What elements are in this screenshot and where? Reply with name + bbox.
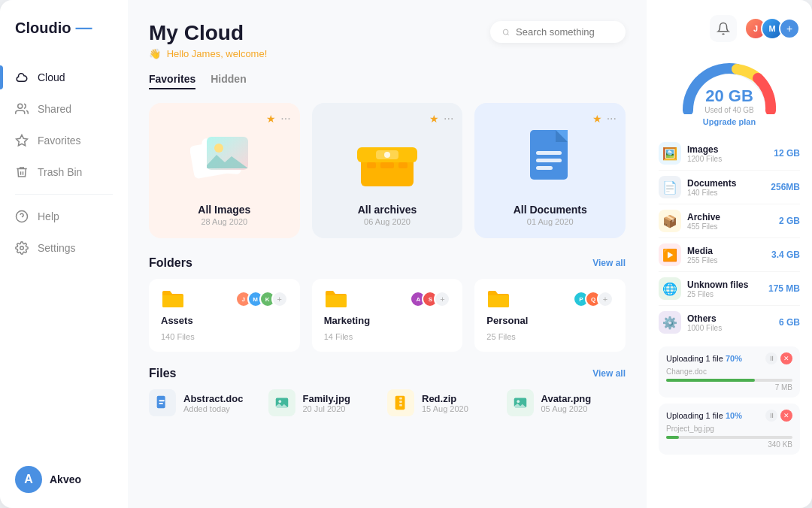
file-info-abstract: Abstract.doc Added today [183, 393, 243, 413]
file-info-red: Red.zip 15 Aug 2020 [422, 393, 468, 413]
upload-bar-bg-2 [666, 436, 792, 439]
folders-grid: J M K + Assets 140 Files A [149, 279, 626, 352]
svg-point-10 [214, 144, 223, 153]
subtitle-text: Hello James, welcome! [167, 48, 268, 59]
notification-button[interactable] [710, 15, 737, 42]
folder-top-personal: P Q + [486, 289, 614, 309]
upload-size-2: 340 KB [666, 440, 792, 449]
shared-icon [15, 102, 29, 116]
svg-line-6 [508, 33, 509, 35]
search-bar[interactable] [490, 21, 626, 43]
storage-size-documents: 256MB [771, 182, 800, 192]
upload-actions-1: ⏸ ✕ [765, 352, 792, 364]
upload-filename-2: Project_bg.jpg [666, 425, 792, 433]
folders-view-all[interactable]: View all [592, 258, 626, 268]
fav-card-archives[interactable]: ★ ··· All archives 06 Aug 2020 [312, 103, 463, 238]
user-profile[interactable]: A Akveo [0, 466, 128, 493]
tab-hidden[interactable]: Hidden [211, 73, 246, 89]
bell-icon [717, 22, 730, 35]
upload-cancel-1[interactable]: ✕ [780, 352, 792, 364]
svg-rect-26 [159, 403, 163, 404]
file-avatar[interactable]: Avatar.png 05 Aug 2020 [507, 389, 626, 416]
storage-info-documents: Documents 140 Files [687, 178, 765, 197]
upload-label-text-2: Uploading 1 file [666, 411, 723, 420]
storage-files-images: 1200 Files [687, 155, 768, 163]
nav-divider [15, 194, 113, 195]
right-panel-header: J M + [659, 15, 800, 42]
storage-name-others: Others [687, 313, 773, 324]
file-name-family: Family.jpg [303, 393, 350, 404]
logo-text: Cloudio [15, 20, 71, 37]
more-options-icon[interactable]: ··· [280, 112, 290, 125]
storage-files-documents: 140 Files [687, 189, 765, 197]
page-subtitle: 👋 Hello James, welcome! [149, 48, 270, 59]
storage-size-archive: 2 GB [779, 216, 800, 226]
folders-header: Folders View all [149, 256, 626, 270]
storage-files-media: 255 Files [687, 256, 765, 265]
sidebar-item-favorites[interactable]: Favorites [0, 125, 128, 156]
folder-personal[interactable]: P Q + Personal 25 Files [474, 279, 626, 352]
upload-pause-2[interactable]: ⏸ [765, 410, 777, 422]
file-info-avatar: Avatar.png 05 Aug 2020 [541, 393, 592, 413]
files-header: Files View all [149, 367, 626, 380]
svg-point-14 [384, 152, 390, 158]
folder-name-assets: Assets [161, 315, 288, 326]
others-storage-icon: ⚙️ [659, 311, 681, 334]
folder-add-btn[interactable]: + [271, 291, 288, 307]
more-options-icon[interactable]: ··· [444, 112, 453, 125]
upload-label-text-1: Uploading 1 file [666, 354, 723, 363]
upgrade-link[interactable]: Upgrade plan [703, 117, 756, 126]
folder-add-btn[interactable]: + [597, 291, 614, 307]
folder-assets[interactable]: J M K + Assets 140 Files [149, 279, 300, 352]
sidebar-item-help[interactable]: Help [0, 201, 128, 232]
file-info-family: Family.jpg 20 Jul 2020 [303, 393, 350, 413]
files-view-all[interactable]: View all [592, 368, 626, 379]
archive-storage-icon: 📦 [659, 210, 681, 232]
logo-dash: — [75, 18, 92, 38]
file-date-avatar: 05 Aug 2020 [541, 404, 592, 413]
card-actions-archives: ★ ··· [429, 112, 453, 125]
add-user-button[interactable]: + [779, 18, 800, 39]
file-thumb-img [268, 389, 295, 416]
sidebar-item-shared[interactable]: Shared [0, 93, 128, 125]
right-panel: J M + [647, 0, 812, 508]
storage-row-others: ⚙️ Others 1000 Files 6 GB [659, 306, 800, 339]
upload-pct-2: 10% [726, 411, 742, 420]
trash-icon [15, 165, 29, 179]
file-thumb-doc [149, 389, 176, 416]
file-name-red: Red.zip [422, 393, 468, 404]
upload-pause-1[interactable]: ⏸ [765, 352, 777, 364]
storage-info-others: Others 1000 Files [687, 313, 773, 332]
sidebar-item-settings[interactable]: Settings [0, 232, 128, 264]
storage-info-media: Media 255 Files [687, 246, 765, 265]
tabs: Favorites Hidden [149, 73, 626, 89]
fav-card-name-archives: All archives [358, 204, 417, 216]
wave-emoji: 👋 [149, 48, 161, 59]
storage-name-archive: Archive [687, 212, 773, 222]
folder-add-btn[interactable]: + [434, 291, 450, 307]
tab-favorites[interactable]: Favorites [149, 73, 195, 89]
file-family[interactable]: Family.jpg 20 Jul 2020 [268, 389, 388, 416]
storage-files-others: 1000 Files [687, 324, 773, 332]
sidebar-item-trash[interactable]: Trash Bin [0, 156, 128, 188]
file-abstract[interactable]: Abstract.doc Added today [149, 389, 268, 416]
file-red[interactable]: Red.zip 15 Aug 2020 [387, 389, 507, 416]
folders-title: Folders [149, 256, 192, 270]
sidebar-item-cloud[interactable]: Cloud [0, 62, 128, 93]
upload-bar-2 [666, 436, 679, 439]
sidebar-label-trash: Trash Bin [38, 166, 82, 178]
svg-rect-24 [157, 396, 165, 409]
search-input[interactable] [516, 26, 614, 38]
favorites-grid: ★ ··· [149, 103, 626, 238]
upload-bar-bg-1 [666, 379, 792, 382]
fav-card-documents[interactable]: ★ ··· All Documents 01 Aug 2020 [474, 103, 626, 238]
folder-marketing[interactable]: A S + Marketing 14 Files [312, 279, 463, 352]
upload-size-1: 7 MB [666, 383, 792, 392]
svg-point-5 [503, 29, 508, 35]
sidebar-label-favorites: Favorites [38, 135, 81, 147]
storage-name-documents: Documents [687, 178, 765, 189]
fav-card-images[interactable]: ★ ··· [149, 103, 300, 238]
upload-cancel-2[interactable]: ✕ [780, 410, 792, 422]
more-options-icon[interactable]: ··· [607, 112, 617, 125]
logo: Cloudio — [0, 18, 128, 62]
